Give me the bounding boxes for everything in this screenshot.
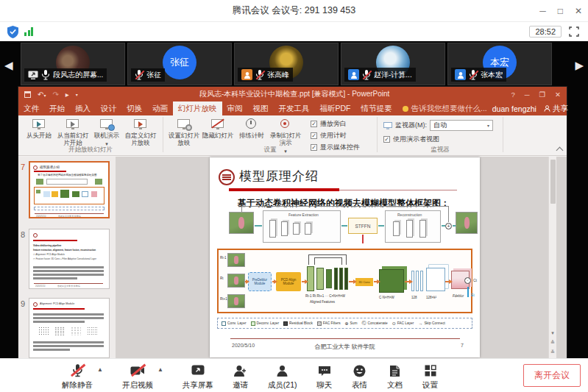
ppt-help-icon[interactable]: ? (511, 90, 514, 99)
redo-icon[interactable]: ↷ (52, 90, 58, 99)
members-button[interactable]: 成员(21) (268, 360, 297, 391)
slide-thumbnail-panel: 7 模型原理介绍 基于动态卷积神经网络的视频去模糊模型整体框架图 (18, 157, 116, 358)
participant-tile[interactable]: 张高峰 (234, 43, 339, 85)
fullscreen-icon[interactable] (569, 26, 579, 37)
participant-tile[interactable]: 张征 张征 (127, 43, 232, 85)
collapse-ribbon-icon[interactable] (556, 147, 564, 154)
tab-foxit-pdf[interactable]: 福昕PDF (315, 101, 356, 115)
tab-storyboarding[interactable]: 情节提要 (356, 101, 397, 115)
document-icon (387, 363, 403, 378)
present-online-button[interactable]: 联机演示 ▾ (91, 118, 123, 147)
next-slide-icon[interactable]: ≚ (550, 349, 555, 355)
close-button[interactable]: ✕ (575, 6, 582, 16)
invite-icon (233, 363, 249, 378)
from-current-slide-button[interactable]: 从当前幻灯片开始 (57, 118, 89, 147)
invite-button[interactable]: 邀请 (233, 360, 249, 391)
from-beginning-icon (31, 118, 47, 131)
person-icon (544, 105, 550, 112)
university-logo (219, 169, 235, 185)
share-screen-button[interactable]: 共享屏幕 (183, 360, 213, 391)
from-beginning-button[interactable]: 从头开始 (23, 118, 55, 147)
host-badge-icon (241, 69, 252, 80)
slide-9-thumbnail[interactable]: Alignment: PCD Align Module (29, 298, 110, 358)
use-timings-checkbox[interactable]: ✓使用计时 (311, 131, 360, 140)
use-presenter-view-checkbox[interactable]: ✓使用演示者视图 (378, 131, 503, 144)
ribbon-separator (503, 117, 503, 152)
slide-title: 模型原理介绍 (239, 168, 319, 185)
ppt-minimize-button[interactable]: ─ (525, 90, 530, 99)
participant-name: 段风志的屏幕... (53, 70, 103, 80)
skip-connection-line (241, 206, 448, 207)
pcd-align-module-box: PCD Align Module (276, 272, 301, 291)
slide-canvas: 模型原理介绍 基于动态卷积神经网络的视频去模糊模型整体框架图： Feature … (116, 157, 559, 358)
ppt-close-button[interactable]: ✕ (555, 90, 561, 99)
participant-tile[interactable]: 段风志的屏幕... (21, 43, 125, 85)
title-underline-thin (339, 190, 457, 190)
fac-layer-node: · (464, 277, 471, 284)
tab-developer[interactable]: 开发工具 (274, 101, 315, 115)
maximize-button[interactable]: □ (558, 6, 563, 16)
audio-options-caret[interactable]: ▲ (97, 366, 103, 391)
setup-slideshow-icon (176, 118, 192, 131)
scrollbar-thumb[interactable] (550, 160, 556, 204)
slide-7-thumbnail[interactable]: 模型原理介绍 基于动态卷积神经网络的视频去模糊模型整体框架图 (29, 161, 110, 218)
current-slide[interactable]: 模型原理介绍 基于动态卷积神经网络的视频去模糊模型整体框架图： Feature … (210, 157, 480, 357)
tab-transitions[interactable]: 切换 (121, 101, 147, 115)
stffn-box: STFFN (348, 218, 378, 234)
ppt-restore-button[interactable]: ❐ (539, 90, 546, 99)
reactions-button[interactable]: 表情 (352, 360, 368, 391)
tell-me-box[interactable]: 告诉我您想要做什么... (397, 101, 492, 115)
slideshow-icon[interactable]: ▸ (65, 90, 69, 99)
custom-slideshow-button[interactable]: 自定义幻灯片放映 (124, 118, 157, 147)
tab-file[interactable]: 文件 (18, 101, 44, 115)
app-title: 腾讯会议 会议号: 291 139 453 (233, 4, 355, 17)
tab-review[interactable]: 审阅 (222, 101, 248, 115)
rehearse-timings-icon (244, 118, 260, 131)
save-icon[interactable] (24, 91, 31, 98)
smiley-icon (352, 363, 368, 378)
ppt-account-name[interactable]: duan fengzhi (492, 104, 536, 113)
tab-view[interactable]: 视图 (248, 101, 274, 115)
share-screen-icon (190, 363, 206, 378)
monitor-dropdown[interactable]: 自动▾ (430, 120, 493, 131)
input-frame-image (229, 212, 254, 234)
unmute-button[interactable]: 解除静音 (62, 360, 93, 391)
network-signal-icon[interactable] (24, 27, 33, 36)
play-narrations-checkbox[interactable]: ✓播放旁白 (311, 119, 360, 129)
previous-slide-icon[interactable]: ≙ (550, 340, 555, 346)
undo-icon[interactable]: ↶▾ (38, 90, 46, 99)
tab-slideshow[interactable]: 幻灯片放映 (173, 101, 222, 115)
shared-powerpoint-window: ↶▾ ↷ ▸ ▾ 段风志-本科毕业设计中期检查.ppt [兼容模式] - Pow… (18, 87, 567, 358)
minimize-button[interactable]: ─ (539, 6, 546, 16)
share-button[interactable]: 共享 (544, 104, 568, 114)
member-badge-icon (348, 69, 359, 80)
chat-button[interactable]: 聊天 (316, 360, 333, 391)
lightbulb-icon (403, 106, 408, 112)
tab-home[interactable]: 开始 (44, 101, 70, 115)
settings-button[interactable]: 设置 (422, 360, 439, 391)
tab-design[interactable]: 设计 (96, 101, 121, 115)
ppt-scrollbar[interactable]: ▾ ≙ ≚ (548, 157, 556, 358)
video-options-caret[interactable]: ▲ (157, 366, 163, 391)
member-badge-icon (455, 69, 466, 80)
scroll-down-icon[interactable]: ▾ (551, 330, 554, 336)
from-current-slide-icon (65, 118, 81, 131)
start-video-button[interactable]: 开启视频 (122, 360, 153, 391)
tab-insert[interactable]: 插入 (70, 101, 96, 115)
screen-share-indicator-icon (28, 71, 38, 79)
participant-tile[interactable]: 赵洋-计算... (341, 43, 445, 85)
tab-animations[interactable]: 动画 (147, 101, 173, 115)
filmstrip-prev-icon[interactable]: ◀ (4, 59, 13, 72)
participant-name: 赵洋-计算... (374, 70, 412, 80)
leave-meeting-button[interactable]: 离开会议 (523, 364, 581, 387)
slide-8-thumbnail[interactable]: Video deblurring pipeline feature extrac… (29, 229, 110, 289)
group-label: 监视器 (378, 146, 503, 154)
participant-tile[interactable]: 本宏 张本宏 (447, 43, 552, 85)
meeting-security-shield-icon[interactable] (7, 26, 18, 38)
slide-number: 9 (21, 299, 25, 308)
camera-muted-icon (130, 363, 146, 378)
tell-me-label: 告诉我您想要做什么... (411, 104, 487, 114)
filmstrip-next-icon[interactable]: ▶ (575, 59, 584, 72)
present-online-icon (99, 118, 115, 131)
docs-button[interactable]: 文档 (387, 360, 403, 391)
